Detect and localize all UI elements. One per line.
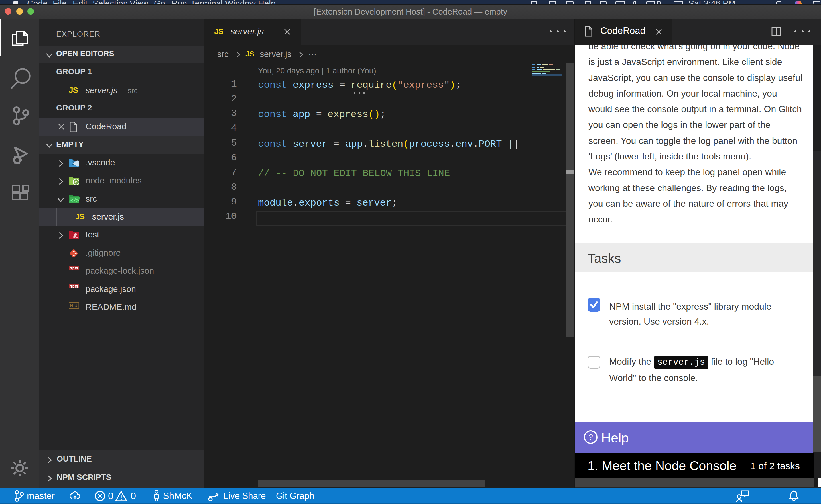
svg-text:</>: </> [70, 198, 79, 203]
svg-text:?: ? [588, 433, 593, 441]
svg-text:JS: JS [74, 180, 78, 184]
